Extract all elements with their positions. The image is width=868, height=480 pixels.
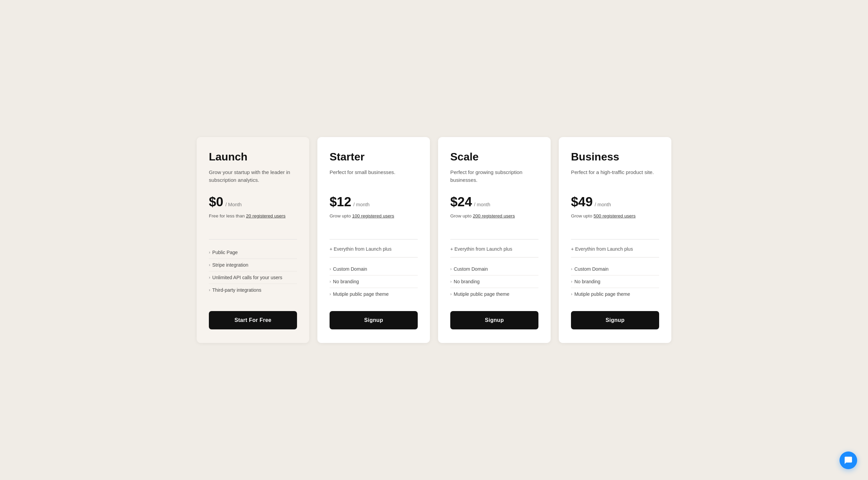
chevron-icon: ›: [330, 267, 331, 271]
divider: [330, 239, 418, 239]
chevron-icon: ›: [571, 292, 572, 296]
plan-price: $24 / month: [450, 194, 538, 209]
plan-price: $0 / Month: [209, 194, 297, 209]
pricing-container: Launch Grow your startup with the leader…: [197, 137, 671, 343]
plan-limit: Grow upto 200 registered users: [450, 213, 538, 228]
plan-description: Perfect for small businesses.: [330, 169, 418, 185]
price-period: / month: [595, 202, 611, 207]
plan-card-scale: Scale Perfect for growing subscription b…: [438, 137, 551, 343]
plan-limit-link: 200 registered users: [473, 213, 515, 218]
plan-description: Perfect for growing subscription busines…: [450, 169, 538, 185]
feature-item: › Public Page: [209, 246, 297, 259]
price-period: / Month: [225, 202, 242, 207]
feature-item: › Custom Domain: [450, 263, 538, 275]
divider: [450, 239, 538, 239]
cta-button-scale[interactable]: Signup: [450, 311, 538, 329]
plan-description: Perfect for a high-traffic product site.: [571, 169, 659, 185]
plan-name: Launch: [209, 151, 297, 163]
cta-button-starter[interactable]: Signup: [330, 311, 418, 329]
plan-card-business: Business Perfect for a high-traffic prod…: [559, 137, 671, 343]
plan-card-launch: Launch Grow your startup with the leader…: [197, 137, 309, 343]
features-list: › Custom Domain› No branding› Mutiple pu…: [330, 263, 418, 300]
chevron-icon: ›: [450, 267, 452, 271]
feature-item: › Mutiple public page theme: [450, 288, 538, 300]
chevron-icon: ›: [330, 279, 331, 284]
price-period: / month: [353, 202, 370, 207]
plan-price: $49 / month: [571, 194, 659, 209]
plan-card-starter: Starter Perfect for small businesses. $1…: [317, 137, 430, 343]
features-list: › Custom Domain› No branding› Mutiple pu…: [571, 263, 659, 300]
chevron-icon: ›: [450, 279, 452, 284]
price-amount: $49: [571, 194, 593, 209]
feature-item: › Unlimited API calls for your users: [209, 271, 297, 284]
plan-limit-link: 20 registered users: [246, 213, 285, 218]
feature-item: › Mutiple public page theme: [571, 288, 659, 300]
features-list: › Public Page› Stripe integration› Unlim…: [209, 246, 297, 300]
feature-item: › No branding: [330, 275, 418, 288]
everythin-note: + Everythin from Launch plus: [571, 246, 659, 257]
feature-item: › No branding: [450, 275, 538, 288]
feature-item: › No branding: [571, 275, 659, 288]
cta-button-business[interactable]: Signup: [571, 311, 659, 329]
chat-button[interactable]: [840, 452, 857, 469]
divider: [571, 239, 659, 239]
everythin-note: + Everythin from Launch plus: [450, 246, 538, 257]
chevron-icon: ›: [209, 263, 210, 267]
price-amount: $12: [330, 194, 351, 209]
plan-limit-link: 100 registered users: [352, 213, 394, 218]
chevron-icon: ›: [571, 279, 572, 284]
features-list: › Custom Domain› No branding› Mutiple pu…: [450, 263, 538, 300]
chevron-icon: ›: [330, 292, 331, 296]
chevron-icon: ›: [450, 292, 452, 296]
plan-limit: Grow upto 500 registered users: [571, 213, 659, 228]
plan-limit: Free for less than 20 registered users: [209, 213, 297, 228]
plan-limit: Grow upto 100 registered users: [330, 213, 418, 228]
feature-item: › Custom Domain: [571, 263, 659, 275]
price-period: / month: [474, 202, 490, 207]
cta-button-launch[interactable]: Start For Free: [209, 311, 297, 329]
chevron-icon: ›: [209, 288, 210, 292]
feature-item: › Third-party integrations: [209, 284, 297, 296]
price-amount: $0: [209, 194, 223, 209]
chevron-icon: ›: [209, 250, 210, 255]
plan-name: Starter: [330, 151, 418, 163]
feature-item: › Stripe integration: [209, 259, 297, 271]
price-amount: $24: [450, 194, 472, 209]
plan-name: Scale: [450, 151, 538, 163]
everythin-note: + Everythin from Launch plus: [330, 246, 418, 257]
plan-price: $12 / month: [330, 194, 418, 209]
chevron-icon: ›: [571, 267, 572, 271]
chevron-icon: ›: [209, 275, 210, 280]
divider: [209, 239, 297, 239]
plan-limit-link: 500 registered users: [594, 213, 636, 218]
feature-item: › Custom Domain: [330, 263, 418, 275]
feature-item: › Mutiple public page theme: [330, 288, 418, 300]
plan-name: Business: [571, 151, 659, 163]
plan-description: Grow your startup with the leader in sub…: [209, 169, 297, 185]
